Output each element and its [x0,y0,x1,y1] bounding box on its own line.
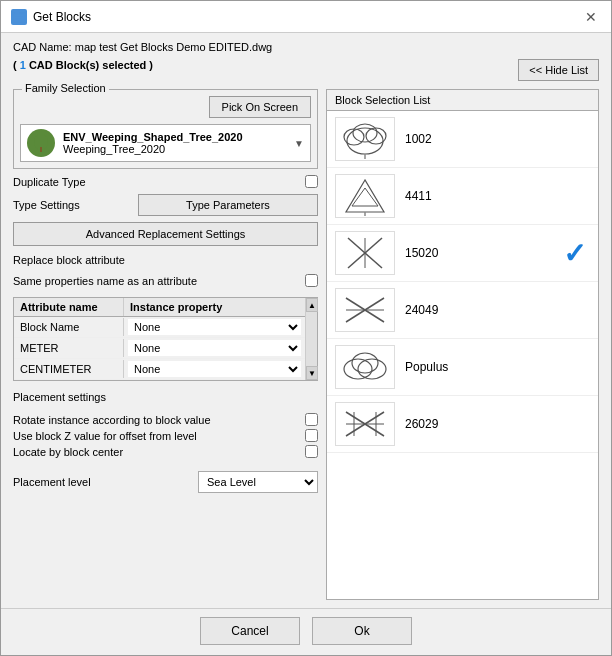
placement-option-row: Rotate instance according to block value [13,413,318,426]
placement-option-row: Use block Z value for offset from level [13,429,318,442]
svg-point-9 [353,124,377,142]
block-selection-title: Block Selection List [327,90,598,111]
placement-options: Rotate instance according to block value… [13,413,318,461]
block-name-label: 26029 [405,417,590,431]
family-section-label: Family Selection [22,82,109,94]
block-list-item[interactable]: 24049 [327,282,598,339]
dialog-footer: Cancel Ok [1,608,611,655]
placement-option-checkbox[interactable] [305,445,318,458]
selected-info: ( 1 CAD Block(s) selected ) [13,59,153,71]
family-icon [27,129,55,157]
block-name-label: 1002 [405,132,590,146]
block-list-item[interactable]: 15020 ✓ [327,225,598,282]
cancel-button[interactable]: Cancel [200,617,300,645]
placement-level-row: Placement level Sea LevelLevel 1Level 2G… [13,471,318,493]
attr-table-header: Attribute name Instance property [14,298,305,317]
close-button[interactable]: ✕ [581,7,601,27]
placement-option-checkbox[interactable] [305,429,318,442]
scrollbar-down-button[interactable]: ▼ [306,366,318,380]
svg-rect-1 [15,11,19,14]
block-name-label: 15020 [405,246,553,260]
attr-instance-select[interactable]: NoneLengthWidthHeightVolumeArea [128,361,301,377]
placement-option-checkbox[interactable] [305,413,318,426]
header-row: ( 1 CAD Block(s) selected ) << Hide List [13,59,599,81]
family-dropdown-arrow: ▼ [294,138,304,149]
same-props-row: Same properties name as an attribute [13,274,318,287]
placement-option-label: Use block Z value for offset from level [13,430,197,442]
scrollbar-up-button[interactable]: ▲ [306,298,318,312]
dialog-body: CAD Name: map test Get Blocks Demo EDITE… [1,33,611,608]
block-thumbnail [335,402,395,446]
attr-cell-name: Block Name [14,318,124,336]
block-list: 1002 4411 15020 ✓ 24049 Populus [327,111,598,599]
block-thumbnail [335,231,395,275]
placement-option-row: Locate by block center [13,445,318,458]
block-selected-checkmark: ✓ [563,237,586,270]
attr-cell-value: NoneLengthWidthHeightVolumeArea [124,317,305,337]
same-props-checkbox[interactable] [305,274,318,287]
cad-name-label: CAD Name: map test Get Blocks Demo EDITE… [13,41,599,53]
dialog-icon [11,9,27,25]
attr-row: Block Name NoneLengthWidthHeightVolumeAr… [14,317,305,338]
block-thumbnail [335,117,395,161]
block-list-item[interactable]: 1002 [327,111,598,168]
main-row: Family Selection Pick On Screen ENV_We [13,89,599,600]
placement-option-label: Rotate instance according to block value [13,414,211,426]
block-list-item[interactable]: 4411 [327,168,598,225]
advanced-replacement-button[interactable]: Advanced Replacement Settings [13,222,318,246]
selected-text: CAD Block(s) selected ) [29,59,153,71]
type-settings-row: Type Settings Type Parameters [13,194,318,216]
hide-list-button[interactable]: << Hide List [518,59,599,81]
attr-instance-select[interactable]: NoneLengthWidthHeightVolumeArea [128,340,301,356]
pick-btn-row: Pick On Screen [20,96,311,118]
placement-option-label: Locate by block center [13,446,123,458]
scrollbar-thumb [306,312,317,366]
attr-row: METER NoneLengthWidthHeightVolumeArea [14,338,305,359]
block-list-item[interactable]: Populus [327,339,598,396]
attr-cell-name: METER [14,339,124,357]
family-sub: Weeping_Tree_2020 [63,143,286,155]
svg-marker-13 [352,188,378,206]
block-name-label: 4411 [405,189,590,203]
title-bar: Get Blocks ✕ [1,1,611,33]
ok-button[interactable]: Ok [312,617,412,645]
selected-prefix: ( [13,59,20,71]
type-parameters-button[interactable]: Type Parameters [138,194,318,216]
placement-settings-title: Placement settings [13,391,318,403]
attr-cell-name: CENTIMETER [14,360,124,378]
placement-level-select[interactable]: Sea LevelLevel 1Level 2Ground Floor [198,471,318,493]
family-text: ENV_Weeping_Shaped_Tree_2020 Weeping_Tre… [63,131,286,155]
block-thumbnail [335,288,395,332]
dialog-title: Get Blocks [33,10,91,24]
svg-marker-11 [346,180,384,212]
placement-level-label: Placement level [13,476,91,488]
family-name: ENV_Weeping_Shaped_Tree_2020 [63,131,286,143]
get-blocks-dialog: Get Blocks ✕ CAD Name: map test Get Bloc… [0,0,612,656]
attr-cell-value: NoneLengthWidthHeightVolumeArea [124,359,305,379]
attr-table-scrollbar[interactable]: ▲ ▼ [305,298,317,380]
attr-cell-value: NoneLengthWidthHeightVolumeArea [124,338,305,358]
same-props-label: Same properties name as an attribute [13,275,197,287]
duplicate-type-checkbox[interactable] [305,175,318,188]
family-section: Family Selection Pick On Screen ENV_We [13,89,318,169]
left-panel: Family Selection Pick On Screen ENV_We [13,89,318,600]
svg-point-6 [347,128,383,154]
attr-col1-header: Attribute name [14,298,124,316]
attr-instance-select[interactable]: NoneLengthWidthHeightVolumeArea [128,319,301,335]
attribute-table: Attribute name Instance property Block N… [14,298,305,380]
block-thumbnail [335,345,395,389]
type-settings-label: Type Settings [13,199,80,211]
svg-point-22 [352,353,378,373]
block-thumbnail [335,174,395,218]
attr-row: CENTIMETER NoneLengthWidthHeightVolumeAr… [14,359,305,380]
duplicate-type-label: Duplicate Type [13,176,86,188]
attribute-table-outer: Attribute name Instance property Block N… [13,297,318,381]
duplicate-type-row: Duplicate Type [13,175,318,188]
family-dropdown[interactable]: ENV_Weeping_Shaped_Tree_2020 Weeping_Tre… [20,124,311,162]
title-bar-left: Get Blocks [11,9,91,25]
block-selection-panel: Block Selection List 1002 4411 15020 ✓ [326,89,599,600]
block-name-label: 24049 [405,303,590,317]
pick-on-screen-button[interactable]: Pick On Screen [209,96,311,118]
block-list-item[interactable]: 26029 [327,396,598,453]
block-name-label: Populus [405,360,590,374]
